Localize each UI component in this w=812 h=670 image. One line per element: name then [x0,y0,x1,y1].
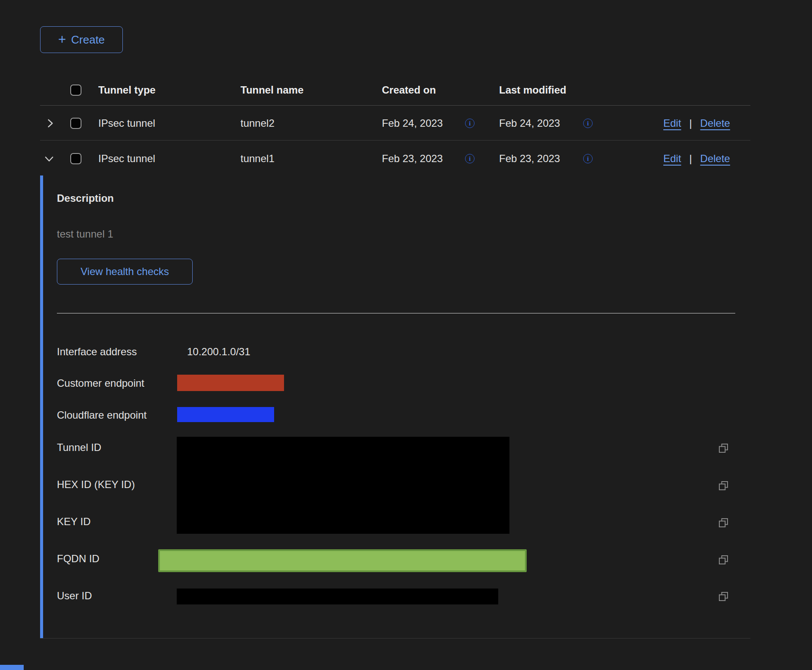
expanded-row-indicator-bar [40,175,43,638]
delete-link[interactable]: Delete [700,151,730,166]
tunnel-name-cell: tunnel1 [240,151,275,166]
tunnel-type-cell: IPsec tunnel [98,151,155,166]
redacted-value-user-id [177,589,498,604]
create-button[interactable]: + Create [40,26,123,53]
field-label-user-id: User ID [57,589,92,603]
column-header-tunnel-name: Tunnel name [240,83,303,97]
created-on-cell: Feb 24, 2023 [382,116,443,131]
chevron-down-icon[interactable] [43,153,55,166]
last-modified-cell: Feb 23, 2023 [499,151,560,166]
table-bottom-divider [40,638,750,639]
delete-link[interactable]: Delete [700,116,730,131]
tunnel-type-cell: IPsec tunnel [98,116,155,131]
edit-link[interactable]: Edit [663,116,681,131]
column-header-created-on: Created on [382,83,436,97]
row-checkbox[interactable] [70,153,81,164]
create-button-label: Create [71,33,105,47]
row-divider [40,140,750,141]
copy-icon[interactable] [716,441,730,455]
info-icon[interactable]: i [465,119,475,128]
redacted-value-ids-block [177,437,509,534]
chevron-right-icon[interactable] [44,117,56,131]
field-label-interface-address: Interface address [57,344,137,359]
row-checkbox[interactable] [70,118,81,129]
tunnel-name-cell: tunnel2 [240,116,275,131]
redacted-value-customer-endpoint [177,375,284,391]
redacted-value-cloudflare-endpoint [177,407,274,422]
field-label-key-id: KEY ID [57,514,91,529]
field-label-hex-id: HEX ID (KEY ID) [57,477,135,492]
copy-icon[interactable] [716,516,730,529]
bottom-edge-blue-element [0,665,24,670]
action-separator: | [689,116,692,131]
info-icon[interactable]: i [465,154,475,163]
edit-link[interactable]: Edit [663,151,681,166]
view-health-checks-button[interactable]: View health checks [57,259,193,285]
field-label-tunnel-id: Tunnel ID [57,440,101,455]
select-all-checkbox[interactable] [70,85,81,96]
action-separator: | [689,151,692,166]
copy-icon[interactable] [716,553,730,567]
copy-icon[interactable] [716,589,730,603]
copy-icon[interactable] [716,479,730,492]
last-modified-cell: Feb 24, 2023 [499,116,560,131]
section-divider [57,313,735,313]
created-on-cell: Feb 23, 2023 [382,151,443,166]
column-header-last-modified: Last modified [499,83,566,97]
field-label-cloudflare-endpoint: Cloudflare endpoint [57,408,147,423]
field-label-fqdn-id: FQDN ID [57,551,100,566]
field-label-customer-endpoint: Customer endpoint [57,376,144,391]
redacted-value-fqdn-id [158,549,527,572]
info-icon[interactable]: i [583,119,593,128]
column-header-tunnel-type: Tunnel type [98,83,156,97]
info-icon[interactable]: i [583,154,593,163]
description-value: test tunnel 1 [57,227,113,241]
plus-icon: + [58,34,66,45]
field-value-interface-address: 10.200.1.0/31 [187,344,250,359]
header-divider [40,105,750,106]
description-label: Description [57,191,114,206]
